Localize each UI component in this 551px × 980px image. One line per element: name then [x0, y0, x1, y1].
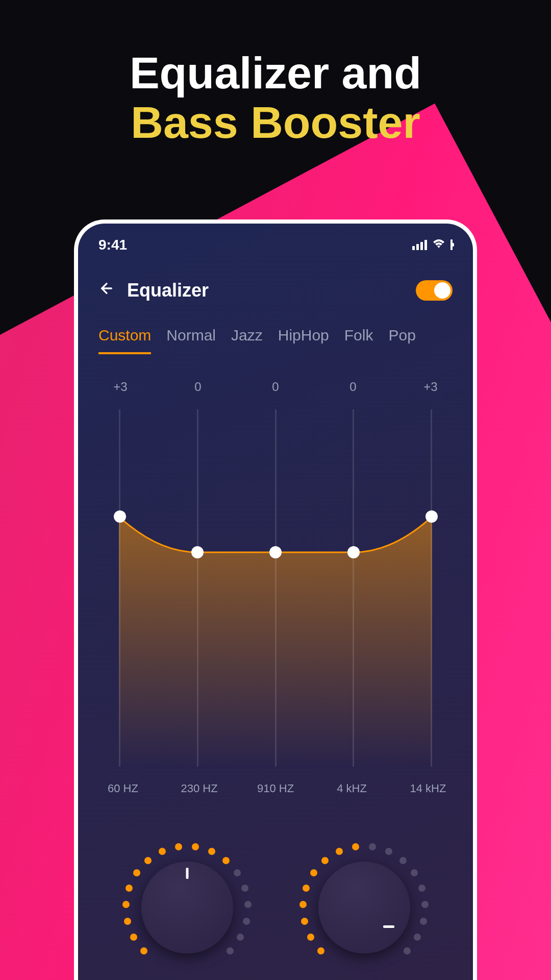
eq-value-1: 0: [180, 380, 216, 394]
eq-value-2: 0: [258, 380, 293, 394]
knob-tick-icon: [175, 843, 182, 850]
equalizer-section: +3 0 0 0 +3: [78, 364, 473, 805]
knob-tick-icon: [243, 918, 250, 925]
knob-tick-icon: [237, 934, 244, 941]
knobs-section: [78, 805, 473, 979]
phone-mockup: 9:41 Equalizer Custom Normal Jazz H: [74, 219, 477, 980]
eq-freq-0: 60 HZ: [103, 782, 143, 795]
eq-sliders: [98, 409, 453, 767]
eq-handle-2[interactable]: [269, 546, 282, 558]
knob-tick-icon: [130, 934, 137, 941]
battery-icon: [450, 240, 453, 250]
knob-tick-icon: [244, 901, 252, 908]
equalizer-toggle[interactable]: [416, 280, 453, 301]
eq-handle-4[interactable]: [425, 510, 438, 523]
knob-tick-icon: [307, 934, 314, 941]
wifi-icon: [432, 239, 445, 251]
knob-tick-icon: [317, 947, 324, 954]
knob-tick-icon: [414, 934, 421, 941]
back-button[interactable]: [98, 280, 115, 301]
page-title: Equalizer: [127, 280, 209, 301]
tab-pop[interactable]: Pop: [388, 327, 415, 354]
knob-tick-icon: [399, 857, 407, 864]
knob-tick-icon: [208, 848, 215, 855]
eq-value-3: 0: [335, 380, 371, 394]
eq-freq-3: 4 kHZ: [332, 782, 372, 795]
screen-header: Equalizer: [78, 259, 473, 316]
eq-handle-3[interactable]: [347, 546, 360, 558]
tab-jazz[interactable]: Jazz: [231, 327, 263, 354]
tab-custom[interactable]: Custom: [98, 327, 151, 354]
knob-tick-icon: [227, 947, 234, 954]
knob-tick-icon: [159, 848, 166, 855]
knob-tick-icon: [126, 885, 133, 892]
knob-tick-icon: [192, 843, 199, 850]
eq-freq-1: 230 HZ: [179, 782, 220, 795]
knob-tick-icon: [421, 901, 429, 908]
knob-tick-icon: [299, 901, 307, 908]
knob-tick-icon: [234, 869, 241, 876]
eq-freq-2: 910 HZ: [255, 782, 296, 795]
eq-value-4: +3: [413, 380, 448, 394]
knob-tick-icon: [222, 857, 230, 864]
tab-folk[interactable]: Folk: [344, 327, 373, 354]
eq-value-0: +3: [103, 380, 138, 394]
knob-tick-icon: [144, 857, 152, 864]
tab-normal[interactable]: Normal: [166, 327, 216, 354]
tab-hiphop[interactable]: HipHop: [278, 327, 329, 354]
knob-tick-icon: [404, 947, 411, 954]
knob-tick-icon: [241, 885, 248, 892]
status-bar: 9:41: [78, 224, 473, 259]
bass-knob[interactable]: [116, 836, 259, 979]
eq-freq-4: 14 kHZ: [408, 782, 448, 795]
preset-tabs: Custom Normal Jazz HipHop Folk Pop: [78, 316, 473, 364]
marketing-title: Equalizer and Bass Booster: [0, 48, 551, 148]
eq-slider-0[interactable]: [119, 409, 120, 767]
knob-tick-icon: [321, 857, 329, 864]
knob-tick-icon: [352, 843, 359, 850]
eq-slider-1[interactable]: [197, 409, 198, 767]
knob-tick-icon: [133, 869, 140, 876]
knob-tick-icon: [301, 918, 308, 925]
knob-tick-icon: [140, 947, 147, 954]
title-line-1: Equalizer and: [0, 48, 551, 98]
status-time: 9:41: [98, 237, 127, 253]
knob-tick-icon: [385, 848, 392, 855]
eq-slider-2[interactable]: [275, 409, 277, 767]
knob-tick-icon: [418, 885, 425, 892]
eq-handle-0[interactable]: [114, 510, 126, 523]
knob-tick-icon: [411, 869, 418, 876]
knob-tick-icon: [303, 885, 310, 892]
knob-tick-icon: [336, 848, 343, 855]
status-icons: [412, 239, 453, 251]
signal-icon: [412, 240, 427, 250]
title-line-2: Bass Booster: [0, 98, 551, 148]
eq-freq-labels: 60 HZ 230 HZ 910 HZ 4 kHZ 14 kHZ: [98, 767, 453, 795]
toggle-knob: [434, 282, 450, 299]
knob-tick-icon: [122, 901, 130, 908]
knob-tick-icon: [420, 918, 427, 925]
eq-slider-3[interactable]: [353, 409, 354, 767]
knob-tick-icon: [369, 843, 376, 850]
eq-values-row: +3 0 0 0 +3: [98, 380, 453, 394]
knob-center-right: [318, 862, 410, 953]
eq-slider-4[interactable]: [431, 409, 432, 767]
eq-handle-1[interactable]: [191, 546, 204, 558]
knob-tick-icon: [310, 869, 317, 876]
knob-center-left: [141, 862, 233, 953]
knob-marker-left: [186, 868, 188, 879]
knob-tick-icon: [124, 918, 131, 925]
virtualizer-knob[interactable]: [293, 836, 436, 979]
knob-marker-right: [383, 925, 394, 928]
